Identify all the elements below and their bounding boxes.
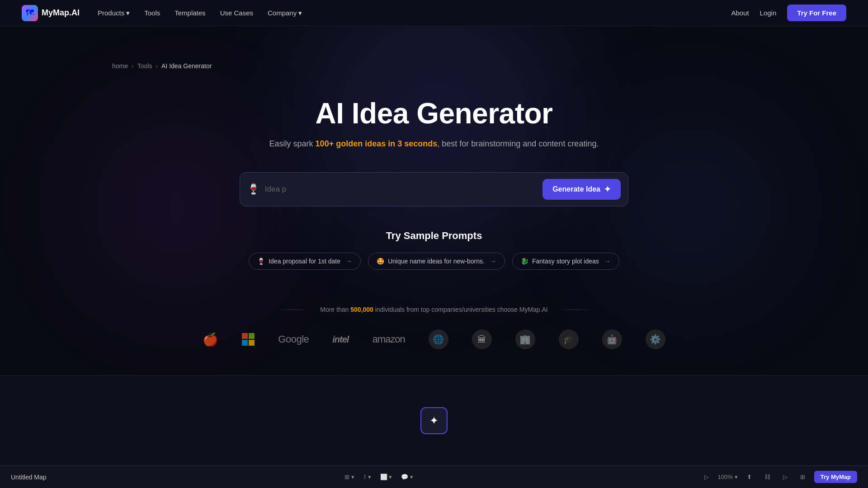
breadcrumb-current: AI Idea Generator — [161, 62, 212, 70]
chevron-down-icon: ▾ — [298, 9, 302, 17]
zoom-control: 100% ▾ — [718, 474, 738, 480]
main-content: AI Idea Generator Easily spark 100+ gold… — [0, 70, 868, 371]
svg-rect-1 — [249, 333, 255, 339]
breadcrumb-tools[interactable]: Tools — [137, 62, 152, 70]
nav-right: About Login Try For Free — [731, 5, 846, 21]
toolbar-right: ▷ 100% ▾ ⬆ ⛓ ▷ ⊞ Try MyMap — [701, 471, 857, 483]
nav-left: 🗺 MyMap.AI Products ▾ Tools Templates Us… — [22, 5, 302, 21]
svg-rect-2 — [242, 340, 248, 346]
toolbar-play-button[interactable]: ▷ — [701, 472, 712, 482]
toolbar-comment-button[interactable]: 💬 ▾ — [397, 472, 417, 482]
logo-circle-6: ⚙️ — [646, 329, 665, 349]
canvas-panel-center: ✦ — [344, 375, 524, 465]
logos-row: 🍎 Google intel — [203, 329, 665, 349]
bottom-bar: Untitled Map ⊞ ▾ ⌇ ▾ ⬜ ▾ 💬 ▾ ▷ 100% ▾ ⬆ … — [0, 465, 868, 488]
page-subtitle: Easily spark 100+ golden ideas in 3 seco… — [269, 139, 599, 149]
toolbar-grid-button[interactable]: ⊞ — [797, 472, 809, 482]
prompt-label-2: Fantasy story plot ideas — [532, 258, 599, 265]
toolbar-add-button[interactable]: ⊞ ▾ — [341, 472, 358, 482]
prompt-label-1: Unique name ideas for new-borns. — [388, 258, 485, 265]
breadcrumb: home › Tools › AI Idea Generator — [0, 26, 868, 70]
sample-prompts-section: Try Sample Prompts 🍷 Idea proposal for 1… — [249, 230, 619, 270]
nav-use-cases[interactable]: Use Cases — [220, 9, 253, 17]
try-mymap-button[interactable]: Try MyMap — [814, 471, 857, 483]
logo[interactable]: 🗺 MyMap.AI — [22, 5, 80, 21]
logo-circle-1: 🌐 — [429, 329, 448, 349]
try-free-button[interactable]: Try For Free — [787, 5, 846, 21]
nav-about[interactable]: About — [731, 9, 749, 17]
arrow-icon-0: → — [346, 258, 352, 265]
trust-divider: More than 500,000 individuals from top c… — [276, 306, 592, 313]
map-title[interactable]: Untitled Map — [11, 474, 47, 481]
prompt-icon-1: 🤩 — [377, 258, 384, 265]
arrow-icon-2: → — [604, 258, 611, 265]
logo-amazon: amazon — [372, 333, 405, 345]
page-title: AI Idea Generator — [316, 97, 553, 130]
divider-right — [557, 310, 592, 310]
prompt-icon-0: 🍷 — [257, 258, 265, 265]
prompt-label-0: Idea proposal for 1st date — [269, 258, 340, 265]
toolbar-frame-button[interactable]: ⬜ ▾ — [377, 472, 396, 482]
sample-prompts-title: Try Sample Prompts — [249, 230, 619, 242]
logo-circle-5: 🤖 — [602, 329, 622, 349]
divider-left — [276, 310, 311, 310]
canvas-area: ✦ — [0, 375, 868, 465]
logo-intel: intel — [332, 334, 349, 345]
prompt-icon-2: 🐉 — [521, 258, 528, 265]
logo-microsoft — [242, 333, 255, 346]
canvas-panel-left — [0, 375, 343, 465]
toolbar-present-button[interactable]: ▷ — [779, 472, 791, 482]
toolbar-link-button[interactable]: ⛓ — [761, 472, 774, 482]
nav-tools[interactable]: Tools — [144, 9, 160, 17]
prompt-chips: 🍷 Idea proposal for 1st date → 🤩 Unique … — [249, 253, 619, 270]
login-button[interactable]: Login — [760, 9, 777, 17]
input-wine-icon: 🍷 — [247, 183, 259, 195]
toolbar-group: ⊞ ▾ ⌇ ▾ ⬜ ▾ 💬 ▾ — [66, 472, 692, 482]
prompt-chip-0[interactable]: 🍷 Idea proposal for 1st date → — [249, 253, 361, 270]
trust-bar: More than 500,000 individuals from top c… — [0, 306, 868, 349]
logo-icon: 🗺 — [22, 5, 38, 21]
logo-circle-3: 🏢 — [515, 329, 535, 349]
navbar: 🗺 MyMap.AI Products ▾ Tools Templates Us… — [0, 0, 868, 26]
arrow-icon-1: → — [490, 258, 496, 265]
logo-google: Google — [278, 333, 309, 345]
logo-apple: 🍎 — [203, 332, 218, 347]
logo-circle-4: 🎓 — [559, 329, 579, 349]
logo-text: MyMap.AI — [42, 8, 80, 18]
canvas-center-node: ✦ — [420, 407, 448, 434]
idea-input[interactable] — [265, 185, 537, 194]
nav-links: Products ▾ Tools Templates Use Cases Com… — [98, 9, 302, 17]
svg-rect-0 — [242, 333, 248, 339]
nav-company[interactable]: Company ▾ — [268, 9, 302, 17]
prompt-chip-1[interactable]: 🤩 Unique name ideas for new-borns. → — [368, 253, 505, 270]
svg-rect-3 — [249, 340, 255, 346]
chevron-down-icon: ▾ — [126, 9, 130, 17]
toolbar-connect-button[interactable]: ⌇ ▾ — [360, 472, 375, 482]
toolbar-share-button[interactable]: ⬆ — [743, 472, 755, 482]
breadcrumb-home[interactable]: home — [112, 62, 128, 70]
sparkle-icon: ✦ — [604, 184, 611, 194]
generate-idea-button[interactable]: Generate Idea ✦ — [542, 179, 621, 200]
idea-input-container: 🍷 Generate Idea ✦ — [240, 172, 628, 206]
logo-circle-2: 🏛 — [472, 329, 492, 349]
canvas-panel-right — [525, 375, 868, 465]
trust-text: More than 500,000 individuals from top c… — [320, 306, 548, 313]
nav-templates[interactable]: Templates — [175, 9, 205, 17]
nav-products[interactable]: Products ▾ — [98, 9, 130, 17]
prompt-chip-2[interactable]: 🐉 Fantasy story plot ideas → — [512, 253, 619, 270]
